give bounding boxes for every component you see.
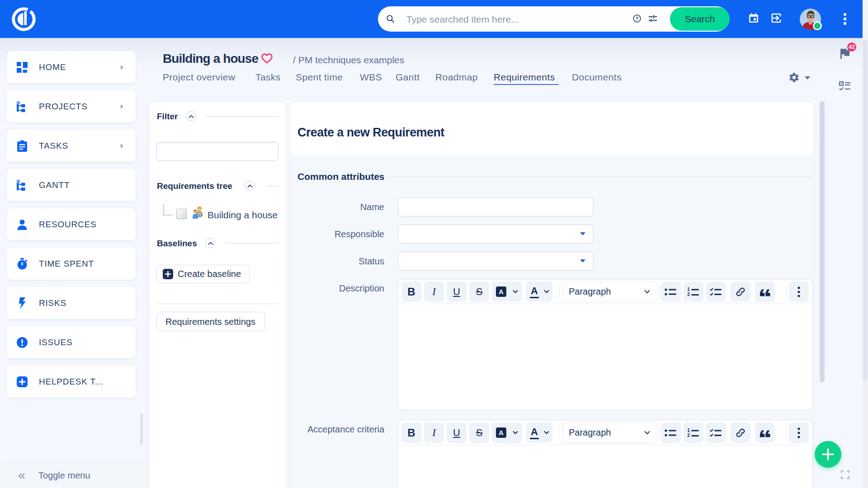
svg-text:1: 1 (687, 427, 690, 432)
svg-text:1: 1 (687, 286, 690, 291)
svg-text:?: ? (636, 16, 638, 21)
svg-text:2: 2 (687, 292, 690, 297)
svg-text:2: 2 (687, 433, 690, 438)
